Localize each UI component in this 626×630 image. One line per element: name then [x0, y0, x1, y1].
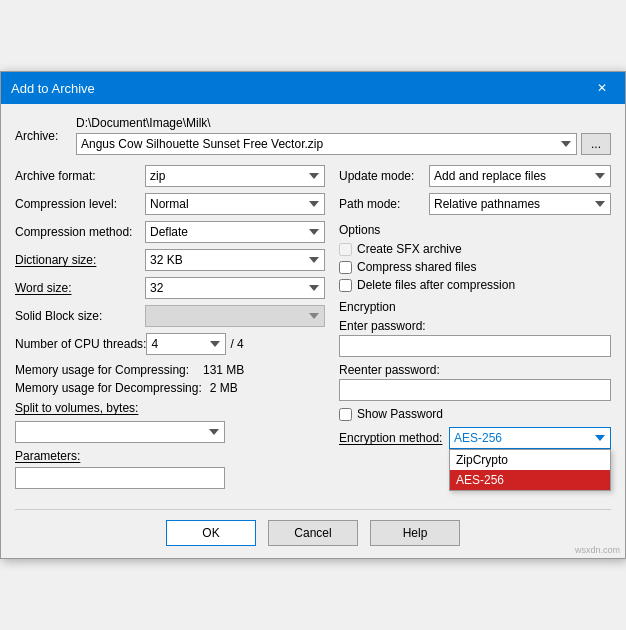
- mem-decompress-label: Memory usage for Decompressing:: [15, 381, 202, 395]
- split-row: Split to volumes, bytes:: [15, 401, 325, 415]
- params-section: Parameters:: [15, 449, 325, 489]
- path-select[interactable]: Relative pathnames: [429, 193, 611, 215]
- browse-button[interactable]: ...: [581, 133, 611, 155]
- archive-row: Archive: D:\Document\Image\Milk\ Angus C…: [15, 116, 611, 155]
- solid-row: Solid Block size:: [15, 305, 325, 327]
- path-row: Path mode: Relative pathnames: [339, 193, 611, 215]
- archive-path: D:\Document\Image\Milk\: [76, 116, 611, 130]
- watermark: wsxdn.com: [575, 545, 620, 555]
- cpu-total: / 4: [230, 337, 243, 351]
- compression-label: Compression level:: [15, 197, 145, 211]
- right-panel: Update mode: Add and replace files Path …: [339, 165, 611, 489]
- dict-label: Dictionary size:: [15, 253, 145, 267]
- dict-select[interactable]: 32 KB: [145, 249, 325, 271]
- shared-label: Compress shared files: [357, 260, 476, 274]
- mem-compress-label: Memory usage for Compressing:: [15, 363, 195, 377]
- archive-path-container: D:\Document\Image\Milk\ Angus Cow Silhou…: [76, 116, 611, 155]
- params-input[interactable]: [15, 467, 225, 489]
- word-label: Word size:: [15, 281, 145, 295]
- solid-select[interactable]: [145, 305, 325, 327]
- add-to-archive-dialog: Add to Archive ✕ Archive: D:\Document\Im…: [0, 71, 626, 559]
- cpu-row: Number of CPU threads: 4 / 4: [15, 333, 325, 355]
- encryption-group: Encryption Enter password: Reenter passw…: [339, 300, 611, 449]
- cancel-button[interactable]: Cancel: [268, 520, 358, 546]
- compression-select[interactable]: Normal: [145, 193, 325, 215]
- delete-row: Delete files after compression: [339, 278, 611, 292]
- shared-checkbox[interactable]: [339, 261, 352, 274]
- dialog-content: Archive: D:\Document\Image\Milk\ Angus C…: [1, 104, 625, 558]
- word-select[interactable]: 32: [145, 277, 325, 299]
- update-label: Update mode:: [339, 169, 429, 183]
- sfx-label: Create SFX archive: [357, 242, 462, 256]
- show-password-row: Show Password: [339, 407, 611, 421]
- main-panels: Archive format: zip Compression level: N…: [15, 165, 611, 489]
- format-select[interactable]: zip: [145, 165, 325, 187]
- format-row: Archive format: zip: [15, 165, 325, 187]
- close-button[interactable]: ✕: [589, 78, 615, 98]
- password-input[interactable]: [339, 335, 611, 357]
- repassword-input[interactable]: [339, 379, 611, 401]
- mem-decompress-row: Memory usage for Decompressing: 2 MB: [15, 381, 325, 395]
- split-label: Split to volumes, bytes:: [15, 401, 145, 415]
- help-button[interactable]: Help: [370, 520, 460, 546]
- cpu-label: Number of CPU threads:: [15, 337, 146, 351]
- update-row: Update mode: Add and replace files: [339, 165, 611, 187]
- sfx-row: Create SFX archive: [339, 242, 611, 256]
- path-label: Path mode:: [339, 197, 429, 211]
- encryption-title: Encryption: [339, 300, 611, 314]
- enc-method-label: Encryption method:: [339, 431, 449, 445]
- split-input-row: [15, 421, 325, 443]
- params-label: Parameters:: [15, 449, 325, 463]
- window-title: Add to Archive: [11, 81, 95, 96]
- show-password-checkbox[interactable]: [339, 408, 352, 421]
- cpu-select[interactable]: 4: [146, 333, 226, 355]
- options-group: Options Create SFX archive Compress shar…: [339, 223, 611, 292]
- archive-filename-select[interactable]: Angus Cow Silhouette Sunset Free Vector.…: [76, 133, 577, 155]
- show-password-label: Show Password: [357, 407, 443, 421]
- bottom-buttons: OK Cancel Help: [15, 509, 611, 546]
- delete-checkbox[interactable]: [339, 279, 352, 292]
- word-row: Word size: 32: [15, 277, 325, 299]
- sfx-checkbox[interactable]: [339, 243, 352, 256]
- titlebar: Add to Archive ✕: [1, 72, 625, 104]
- options-title: Options: [339, 223, 611, 237]
- left-panel: Archive format: zip Compression level: N…: [15, 165, 325, 489]
- repassword-label: Reenter password:: [339, 363, 611, 377]
- enc-method-select[interactable]: AES-256: [449, 427, 611, 449]
- split-select[interactable]: [15, 421, 225, 443]
- enc-method-dropdown[interactable]: ZipCrypto AES-256: [449, 449, 611, 491]
- dropdown-item-zipcrypto[interactable]: ZipCrypto: [450, 450, 610, 470]
- mem-decompress-value: 2 MB: [210, 381, 238, 395]
- format-label: Archive format:: [15, 169, 145, 183]
- shared-row: Compress shared files: [339, 260, 611, 274]
- method-row: Compression method: Deflate: [15, 221, 325, 243]
- dict-row: Dictionary size: 32 KB: [15, 249, 325, 271]
- solid-label: Solid Block size:: [15, 309, 145, 323]
- enc-method-row: Encryption method: AES-256 ZipCrypto AES…: [339, 427, 611, 449]
- archive-file-row: Angus Cow Silhouette Sunset Free Vector.…: [76, 133, 611, 155]
- archive-label: Archive:: [15, 129, 70, 143]
- method-select[interactable]: Deflate: [145, 221, 325, 243]
- method-label: Compression method:: [15, 225, 145, 239]
- update-select[interactable]: Add and replace files: [429, 165, 611, 187]
- delete-label: Delete files after compression: [357, 278, 515, 292]
- mem-compress-row: Memory usage for Compressing: 131 MB: [15, 363, 325, 377]
- memory-section: Memory usage for Compressing: 131 MB Mem…: [15, 363, 325, 395]
- ok-button[interactable]: OK: [166, 520, 256, 546]
- titlebar-controls: ✕: [589, 78, 615, 98]
- compression-row: Compression level: Normal: [15, 193, 325, 215]
- dropdown-item-aes256[interactable]: AES-256: [450, 470, 610, 490]
- password-label: Enter password:: [339, 319, 611, 333]
- mem-compress-value: 131 MB: [203, 363, 244, 377]
